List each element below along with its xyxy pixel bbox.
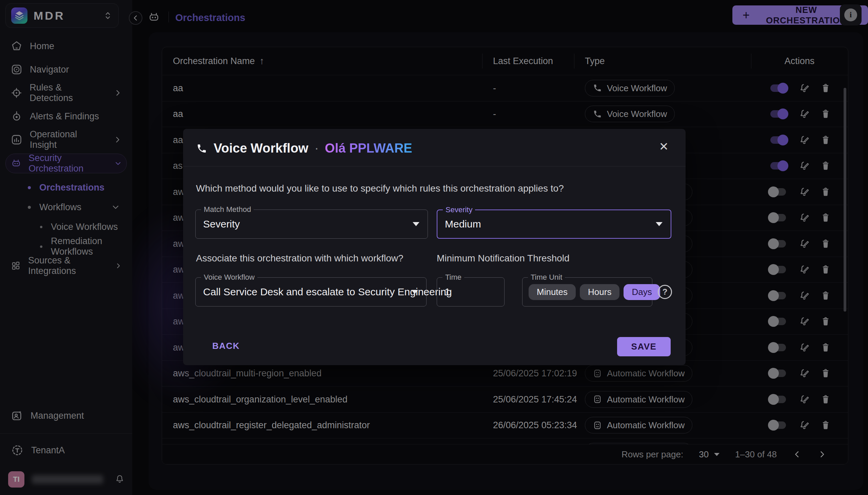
threshold-label: Minimum Notification Threshold — [437, 253, 569, 264]
time-unit-minutes-button[interactable]: Minutes — [529, 284, 576, 300]
app-root: MDR Home Navigator Rules & Detections Al… — [0, 0, 868, 495]
close-icon[interactable]: ✕ — [657, 140, 671, 153]
voice-workflow-modal: Voice Workflow · Olá PPLWARE ✕ Which met… — [183, 129, 685, 365]
time-unit-group: Time Unit Minutes Hours Days — [522, 277, 652, 307]
time-input[interactable]: Time 1 — [437, 277, 505, 307]
help-icon[interactable]: ? — [658, 285, 672, 299]
caret-down-icon — [411, 290, 418, 294]
modal-title: Voice Workflow — [214, 141, 308, 156]
title-separator: · — [314, 141, 319, 156]
field-label: Time Unit — [528, 273, 565, 282]
field-label: Voice Workflow — [201, 273, 257, 282]
field-value: Severity — [203, 218, 240, 230]
field-label: Severity — [443, 205, 475, 214]
match-method-select[interactable]: Match Method Severity — [195, 209, 428, 239]
field-label: Match Method — [201, 205, 254, 214]
modal-header-divider — [183, 166, 685, 167]
severity-select[interactable]: Severity Medium — [437, 209, 671, 239]
time-unit-hours-button[interactable]: Hours — [580, 284, 619, 300]
back-button[interactable]: BACK — [210, 340, 242, 352]
field-value: 1 — [444, 286, 450, 298]
save-button[interactable]: SAVE — [617, 337, 671, 356]
field-value: Medium — [445, 218, 481, 230]
phone-icon — [196, 143, 207, 154]
voice-workflow-select[interactable]: Voice Workflow Call Service Desk and esc… — [195, 277, 427, 307]
method-question: Which method would you like to use to sp… — [196, 183, 564, 194]
associate-question: Associate this orchestration with which … — [196, 253, 404, 264]
caret-down-icon — [656, 222, 663, 226]
time-unit-days-button[interactable]: Days — [624, 284, 660, 300]
orchestration-name-title: Olá PPLWARE — [325, 141, 412, 156]
field-label: Time — [442, 273, 464, 282]
caret-down-icon — [413, 222, 420, 226]
modal-header: Voice Workflow · Olá PPLWARE — [196, 141, 412, 156]
